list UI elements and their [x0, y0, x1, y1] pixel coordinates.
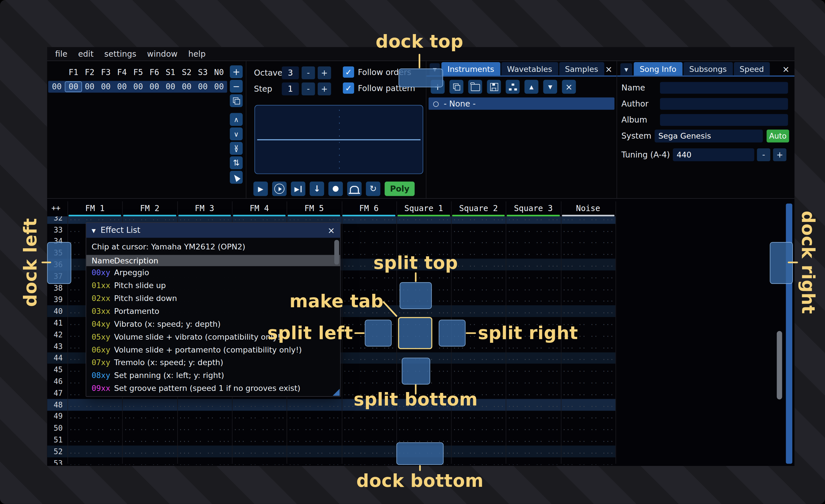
effect-row-00xy[interactable]: 00xyArpeggio [86, 266, 340, 279]
dock-target-bottom[interactable] [396, 442, 444, 465]
pattern-cell[interactable]: ... .. .. ... [122, 424, 177, 432]
play-pattern-button[interactable] [272, 182, 287, 196]
step-decrease-button[interactable]: - [302, 82, 315, 95]
pattern-cell[interactable]: ... .. .. ... [451, 436, 506, 443]
orders-remove-button[interactable] [230, 80, 243, 93]
pattern-cell[interactable]: ... .. .. ... [177, 459, 232, 465]
pattern-cell[interactable]: ... .. .. ... [506, 436, 560, 443]
menu-item-edit[interactable]: edit [78, 49, 94, 59]
repeat-pattern-button[interactable] [366, 182, 380, 196]
song-tab-speed[interactable]: Speed [734, 62, 770, 76]
dock-target-top[interactable] [398, 69, 443, 87]
pattern-cell[interactable]: ... .. .. ... [232, 424, 287, 432]
pattern-cell[interactable]: ... .. .. ... [506, 389, 560, 397]
follow-pattern-checkbox[interactable] [343, 82, 354, 94]
resize-grip[interactable] [332, 389, 340, 396]
octave-value[interactable]: 3 [282, 67, 299, 79]
pattern-cell[interactable]: ... .. .. ... [560, 284, 615, 291]
pattern-cell[interactable]: ... .. .. ... [342, 226, 396, 233]
pattern-cell[interactable]: ... .. .. ... [342, 447, 396, 455]
pattern-cell[interactable]: ... .. .. ... [506, 308, 560, 315]
pattern-cell[interactable]: ... .. .. ... [451, 413, 506, 420]
make-tab-target[interactable] [398, 317, 432, 349]
pattern-cell[interactable]: ... .. .. ... [451, 424, 506, 432]
pattern-cell[interactable]: ... .. .. ... [560, 261, 615, 268]
pattern-cell[interactable]: ... .. .. ... [342, 378, 396, 385]
pattern-cell[interactable]: ... .. .. ... [560, 378, 615, 385]
channel-header-fm-5[interactable]: FM 5 [287, 202, 342, 214]
instrument-move-down-button[interactable] [543, 80, 557, 94]
menu-item-window[interactable]: window [147, 49, 177, 59]
pattern-cell[interactable]: ... .. .. ... [506, 413, 560, 420]
pattern-cell[interactable]: ... .. .. ... [506, 378, 560, 385]
octave-increase-button[interactable]: + [318, 67, 331, 79]
pattern-cell[interactable]: ... .. .. ... [342, 436, 396, 443]
pattern-cell[interactable]: ... .. .. ... [342, 237, 396, 245]
dock-target-right[interactable] [770, 242, 793, 284]
pattern-cell[interactable]: ... .. .. ... [560, 226, 615, 233]
pattern-cell[interactable]: ... .. .. ... [506, 354, 560, 362]
instrument-duplicate-button[interactable] [449, 80, 463, 94]
pattern-cell[interactable]: ... .. .. ... [560, 237, 615, 245]
step-increase-button[interactable]: + [318, 82, 331, 95]
pattern-cell[interactable]: ... .. .. ... [68, 447, 122, 455]
pattern-cell[interactable]: ... .. .. ... [560, 308, 615, 315]
song-info-close-button[interactable] [780, 63, 791, 76]
orders-cell[interactable]: 00 [162, 82, 178, 92]
system-auto-button[interactable]: Auto [766, 130, 789, 143]
pattern-scrollbar-thumb[interactable] [777, 331, 782, 400]
pattern-cell[interactable]: ... .. .. ... [342, 217, 396, 222]
song-tab-subsongs[interactable]: Subsongs [683, 62, 733, 76]
effect-row-06xy[interactable]: 06xyVolume slide + portamento (compatibi… [86, 343, 340, 356]
pattern-cell[interactable]: ... .. .. ... [177, 424, 232, 432]
pattern-cell[interactable]: ... .. .. ... [451, 261, 506, 268]
instrument-list-item[interactable]: - None - [429, 97, 614, 110]
effect-list-close-button[interactable] [328, 225, 335, 235]
pattern-cell[interactable]: ... .. .. ... [177, 436, 232, 443]
pattern-cell[interactable]: ... .. .. ... [232, 413, 287, 420]
pattern-cell[interactable]: ... .. .. ... [560, 354, 615, 362]
pattern-cell[interactable]: ... .. .. ... [560, 249, 615, 257]
menu-item-file[interactable]: file [55, 49, 68, 59]
pattern-cell[interactable]: ... .. .. ... [451, 284, 506, 291]
instrument-move-up-button[interactable] [525, 80, 538, 94]
stop-button[interactable] [310, 182, 324, 196]
instrument-toggle-folders-button[interactable] [506, 80, 520, 94]
pattern-cell[interactable]: ... .. .. ... [232, 217, 287, 222]
pattern-cell[interactable]: ... .. .. ... [342, 459, 396, 465]
instruments-tab-samples[interactable]: Samples [559, 62, 604, 76]
pattern-cell[interactable]: ... .. .. ... [560, 217, 615, 222]
pattern-cell[interactable]: ... .. .. ... [506, 237, 560, 245]
pattern-cell[interactable]: ... .. .. ... [506, 273, 560, 280]
pattern-cell[interactable]: ... .. .. ... [451, 249, 506, 257]
orders-move-down-button[interactable] [230, 128, 243, 140]
poly-toggle-button[interactable]: Poly [385, 182, 415, 196]
orders-cell[interactable]: 00 [146, 82, 162, 92]
pattern-cell[interactable]: ... .. .. ... [560, 389, 615, 397]
orders-move-up-button[interactable] [230, 113, 243, 126]
menu-item-settings[interactable]: settings [104, 49, 136, 59]
pattern-cell[interactable]: ... .. .. ... [287, 401, 342, 408]
pattern-cell[interactable]: ... .. .. ... [451, 366, 506, 373]
author-input[interactable] [660, 98, 788, 110]
orders-add-button[interactable] [230, 65, 243, 78]
pattern-cell[interactable]: ... .. .. ... [560, 459, 615, 465]
name-input[interactable] [660, 82, 788, 94]
pattern-cell[interactable]: ... .. .. ... [232, 447, 287, 455]
pattern-cell[interactable]: ... .. .. ... [342, 354, 396, 362]
pattern-cell[interactable]: ... .. .. ... [396, 237, 451, 245]
pattern-cell[interactable]: ... .. .. ... [451, 273, 506, 280]
pattern-cell[interactable]: ... .. .. ... [451, 217, 506, 222]
pattern-cell[interactable]: ... .. .. ... [506, 342, 560, 350]
orders-cell[interactable]: 00 [211, 82, 227, 92]
pattern-cell[interactable]: ... .. .. ... [560, 342, 615, 350]
pattern-cell[interactable]: ... .. .. ... [560, 366, 615, 373]
tuning-input[interactable]: 440 [673, 148, 754, 161]
channel-header-fm-2[interactable]: FM 2 [122, 202, 177, 214]
pattern-cell[interactable]: ... .. .. ... [560, 273, 615, 280]
pattern-cell[interactable]: ... .. .. ... [177, 447, 232, 455]
pattern-cell[interactable]: ... .. .. ... [506, 424, 560, 432]
pattern-cell[interactable]: ... .. .. ... [396, 424, 451, 432]
pattern-cell[interactable]: ... .. .. ... [506, 284, 560, 291]
pattern-cell[interactable]: ... .. .. ... [560, 447, 615, 455]
